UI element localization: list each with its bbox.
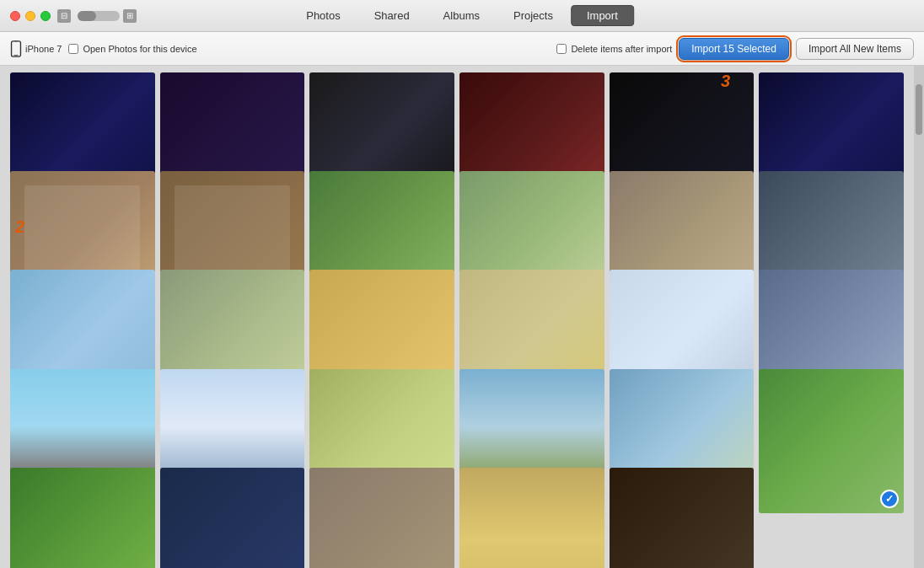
delete-items-label: Delete items after import — [571, 44, 672, 54]
close-button[interactable] — [10, 11, 20, 21]
iphone-icon — [10, 40, 22, 57]
photo-cell-29[interactable] — [610, 468, 755, 568]
photo-image-27 — [309, 468, 454, 568]
tab-photos[interactable]: Photos — [290, 5, 356, 26]
scrollbar-thumb[interactable] — [916, 84, 922, 135]
window-icons: ⊟ ⊞ — [57, 9, 137, 23]
sidebar-toggle-icon[interactable]: ⊟ — [57, 9, 71, 23]
device-name-label: iPhone 7 — [25, 44, 62, 54]
tab-albums[interactable]: Albums — [427, 5, 496, 26]
annotation-3: 3 — [721, 72, 730, 91]
open-photos-label: Open Photos for this device — [83, 44, 196, 54]
photo-cell-25[interactable] — [10, 468, 155, 568]
delete-items-checkbox-group[interactable]: Delete items after import — [556, 44, 672, 54]
photo-cell-26[interactable] — [160, 468, 305, 568]
svg-rect-0 — [12, 40, 21, 56]
grid-view-icon[interactable]: ⊞ — [123, 9, 137, 23]
svg-rect-2 — [14, 40, 18, 41]
photo-image-29 — [610, 468, 755, 568]
photo-image-25 — [10, 468, 155, 568]
scrollbar[interactable] — [914, 66, 924, 568]
svg-rect-1 — [13, 55, 18, 56]
tab-projects[interactable]: Projects — [497, 5, 569, 26]
photo-cell-24[interactable] — [759, 369, 904, 514]
import-selected-button[interactable]: Import 15 Selected — [679, 38, 789, 60]
photo-cell-28[interactable] — [459, 468, 604, 568]
tab-import[interactable]: Import — [571, 5, 634, 26]
annotation-2: 2 — [15, 217, 24, 237]
minimize-button[interactable] — [25, 11, 35, 21]
device-info: iPhone 7 — [10, 40, 62, 57]
toolbar: iPhone 7 Open Photos for this device Del… — [0, 32, 924, 66]
maximize-button[interactable] — [40, 11, 51, 21]
import-new-button[interactable]: Import All New Items — [796, 38, 914, 60]
tab-shared[interactable]: Shared — [358, 5, 426, 26]
delete-items-checkbox[interactable] — [556, 44, 567, 54]
traffic-lights — [0, 11, 51, 21]
open-photos-checkbox[interactable] — [68, 44, 78, 54]
photo-grid — [0, 66, 914, 568]
main-content — [0, 66, 924, 568]
title-bar: ⊟ ⊞ Photos Shared Albums Projects Import — [0, 0, 924, 32]
photo-image-28 — [459, 468, 604, 568]
open-photos-checkbox-group[interactable]: Open Photos for this device — [68, 44, 196, 54]
nav-tabs: Photos Shared Albums Projects Import — [290, 5, 634, 26]
photo-image-26 — [160, 468, 305, 568]
photo-cell-27[interactable] — [309, 468, 454, 568]
